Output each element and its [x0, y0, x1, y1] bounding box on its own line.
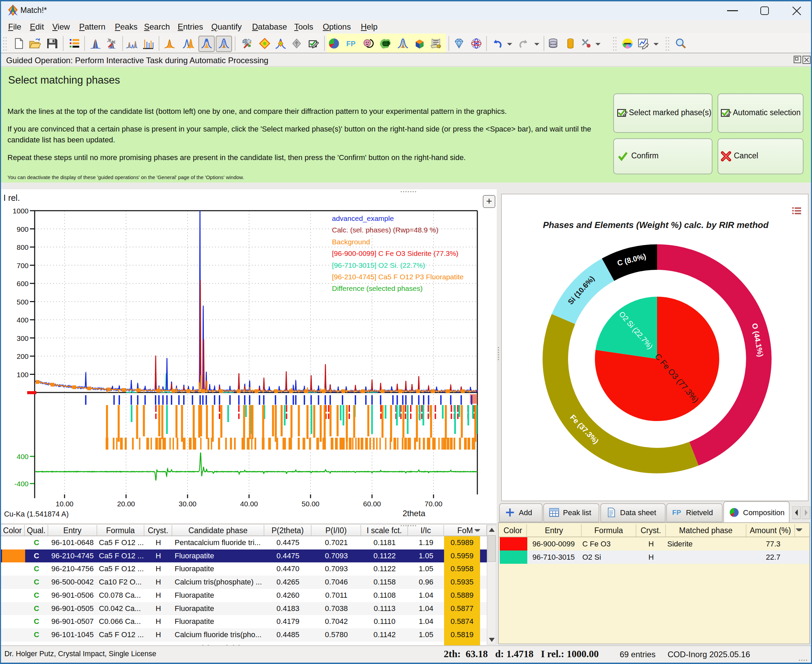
svg-text:60.00: 60.00	[363, 500, 381, 508]
svg-text:I rel.: I rel.	[3, 193, 20, 203]
svg-text:FP: FP	[672, 509, 681, 516]
svg-text:20.00: 20.00	[117, 500, 135, 508]
svg-text:Cu-Ka (1.541874 A): Cu-Ka (1.541874 A)	[4, 510, 68, 518]
svg-text:500: 500	[17, 298, 29, 306]
svg-text:30.00: 30.00	[179, 500, 197, 508]
svg-text:70.00: 70.00	[425, 500, 443, 508]
svg-text:10.00: 10.00	[56, 500, 74, 508]
svg-text:400: 400	[17, 316, 29, 324]
svg-text:Calc. (sel. phases) (Rwp=48.9: Calc. (sel. phases) (Rwp=48.9 %)	[332, 226, 438, 234]
svg-text:Difference (selected phases): Difference (selected phases)	[332, 285, 423, 292]
svg-text:1000: 1000	[13, 207, 29, 215]
svg-text:FP: FP	[346, 40, 355, 48]
svg-text:G: G	[438, 45, 440, 48]
svg-text:[96-710-3015] O2 Si. (22.7%): [96-710-3015] O2 Si. (22.7%)	[332, 261, 425, 269]
svg-text:[96-210-4745] Ca5 F O12 P3 Flu: [96-210-4745] Ca5 F O12 P3 Fluorapatite	[332, 273, 464, 281]
svg-text:900: 900	[17, 225, 29, 233]
svg-text:600: 600	[17, 280, 29, 288]
svg-text:[96-900-0099] C Fe O3 Siderite: [96-900-0099] C Fe O3 Siderite (77.3%)	[332, 249, 458, 257]
svg-text:2theta: 2theta	[403, 509, 425, 518]
svg-text:40.00: 40.00	[240, 500, 258, 508]
svg-text:700: 700	[17, 262, 29, 270]
svg-text:advanced_example: advanced_example	[332, 215, 394, 223]
svg-text:200: 200	[17, 352, 29, 360]
svg-text:-400: -400	[14, 480, 29, 488]
svg-text:100: 100	[17, 371, 29, 379]
svg-text:300: 300	[17, 334, 29, 342]
svg-text:800: 800	[17, 243, 29, 251]
svg-text:Background: Background	[332, 238, 370, 246]
svg-text:50.00: 50.00	[302, 500, 320, 508]
svg-text:400: 400	[17, 452, 29, 461]
